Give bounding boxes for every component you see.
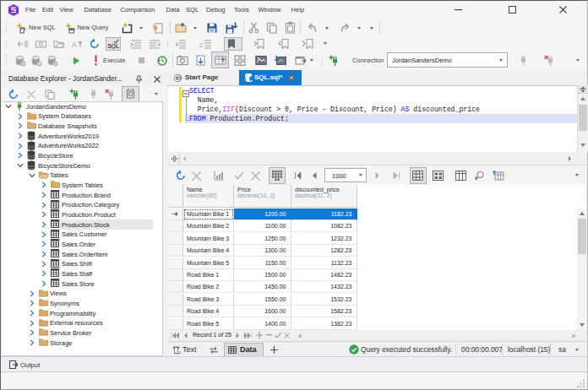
svg-text:SQL: SQL [108,43,119,49]
svg-text:A: A [72,41,77,49]
svg-text:2: 2 [199,41,204,49]
